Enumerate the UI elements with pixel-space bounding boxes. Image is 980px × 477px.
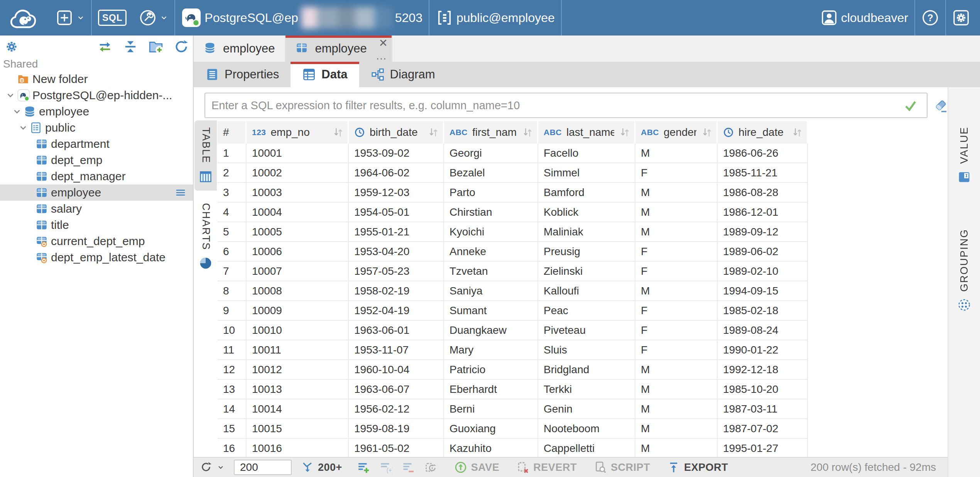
cell-first_name[interactable]: Tzvetan bbox=[444, 262, 538, 281]
new-folder-icon[interactable] bbox=[148, 39, 164, 54]
cell-emp_no[interactable]: 10008 bbox=[247, 281, 349, 301]
tree-item-new-folder[interactable]: New folder bbox=[0, 71, 193, 87]
cell-birth_date[interactable]: 1953-04-20 bbox=[349, 242, 444, 262]
cell-hire_date[interactable]: 1985-02-18 bbox=[718, 301, 808, 321]
tab-data[interactable]: Data bbox=[291, 62, 359, 87]
tree-item-dept-manager[interactable]: dept_manager bbox=[0, 168, 193, 184]
cell-gender[interactable]: M bbox=[635, 203, 718, 222]
cell-gender[interactable]: M bbox=[635, 183, 718, 203]
script-button[interactable]: SCRIPT bbox=[594, 461, 650, 474]
cell-first_name[interactable]: Mary bbox=[444, 340, 538, 360]
delete-row-icon[interactable] bbox=[402, 461, 415, 474]
apply-changes-icon[interactable] bbox=[424, 461, 437, 474]
sort-icon[interactable] bbox=[791, 127, 803, 138]
cell-emp_no[interactable]: 10001 bbox=[247, 144, 349, 163]
row-limit-input[interactable] bbox=[234, 460, 292, 475]
driver-tools-button[interactable] bbox=[133, 0, 174, 36]
cell-gender[interactable]: M bbox=[635, 360, 718, 380]
refresh-tree-icon[interactable] bbox=[174, 39, 189, 54]
cell-emp_no[interactable]: 10005 bbox=[247, 222, 349, 242]
cell-last_name[interactable]: Maliniak bbox=[538, 222, 635, 242]
cell-last_name[interactable]: Facello bbox=[538, 144, 635, 163]
column-header-hire_date[interactable]: hire_date bbox=[718, 121, 808, 144]
cell-emp_no[interactable]: 10007 bbox=[247, 262, 349, 281]
column-header-first_name[interactable]: ABCfirst_name bbox=[444, 121, 538, 144]
cell-first_name[interactable]: Eberhardt bbox=[444, 380, 538, 399]
cell-emp_no[interactable]: 10006 bbox=[247, 242, 349, 262]
cell-birth_date[interactable]: 1960-10-04 bbox=[349, 360, 444, 380]
cell-gender[interactable]: M bbox=[635, 222, 718, 242]
presentation-tab-charts[interactable]: CHARTS bbox=[194, 196, 217, 277]
column-header-last_name[interactable]: ABClast_name bbox=[538, 121, 635, 144]
fetch-more-button[interactable]: 200+ bbox=[301, 461, 342, 474]
cell-gender[interactable]: M bbox=[635, 419, 718, 439]
tree-item-salary[interactable]: salary bbox=[0, 201, 193, 217]
clear-filter-eraser-icon[interactable] bbox=[933, 98, 948, 113]
cell-last_name[interactable]: Genin bbox=[538, 399, 635, 419]
cell-birth_date[interactable]: 1956-02-12 bbox=[349, 399, 444, 419]
cell-gender[interactable]: F bbox=[635, 163, 718, 183]
add-row-icon[interactable] bbox=[357, 461, 370, 474]
cell-last_name[interactable]: Sluis bbox=[538, 340, 635, 360]
cell-first_name[interactable]: Parto bbox=[444, 183, 538, 203]
cell-last_name[interactable]: Nooteboom bbox=[538, 419, 635, 439]
cell-hire_date[interactable]: 1995-01-27 bbox=[718, 439, 808, 457]
sort-icon[interactable] bbox=[332, 127, 344, 138]
new-object-button[interactable] bbox=[49, 0, 91, 36]
cell-hire_date[interactable]: 1990-01-22 bbox=[718, 340, 808, 360]
cell-birth_date[interactable]: 1955-01-21 bbox=[349, 222, 444, 242]
cell-first_name[interactable]: Anneke bbox=[444, 242, 538, 262]
cell-birth_date[interactable]: 1952-04-19 bbox=[349, 301, 444, 321]
cell-first_name[interactable]: Patricio bbox=[444, 360, 538, 380]
chevron-down-icon[interactable] bbox=[17, 122, 30, 133]
tree-item-dept-emp-latest-date[interactable]: dept_emp_latest_date bbox=[0, 249, 193, 266]
tab-employee-database[interactable]: employee bbox=[194, 36, 286, 62]
cell-emp_no[interactable]: 10016 bbox=[247, 439, 349, 457]
cell-hire_date[interactable]: 1989-08-24 bbox=[718, 321, 808, 340]
cell-gender[interactable]: F bbox=[635, 321, 718, 340]
tree-item-public[interactable]: public bbox=[0, 120, 193, 136]
cell-emp_no[interactable]: 10002 bbox=[247, 163, 349, 183]
duplicate-row-icon[interactable]: (+) bbox=[379, 461, 392, 474]
cell-gender[interactable]: M bbox=[635, 144, 718, 163]
panel-tab-value[interactable]: VALUE bbox=[957, 120, 971, 191]
settings-button[interactable] bbox=[946, 0, 980, 36]
cell-first_name[interactable]: Kyoichi bbox=[444, 222, 538, 242]
cell-emp_no[interactable]: 10010 bbox=[247, 321, 349, 340]
tree-item-menu-icon[interactable] bbox=[174, 187, 188, 198]
cell-first_name[interactable]: Bezalel bbox=[444, 163, 538, 183]
user-menu-button[interactable]: cloudbeaver bbox=[814, 0, 914, 36]
sort-icon[interactable] bbox=[427, 127, 439, 138]
apply-filter-check-icon[interactable] bbox=[904, 99, 917, 113]
refresh-results-button[interactable] bbox=[200, 461, 225, 474]
tree-item-department[interactable]: department bbox=[0, 136, 193, 152]
link-with-editor-icon[interactable] bbox=[97, 39, 113, 54]
sort-icon[interactable] bbox=[701, 127, 713, 138]
tree-item-employee[interactable]: employee bbox=[0, 103, 193, 120]
cell-gender[interactable]: M bbox=[635, 281, 718, 301]
cell-first_name[interactable]: Guoxiang bbox=[444, 419, 538, 439]
cell-hire_date[interactable]: 1992-12-18 bbox=[718, 360, 808, 380]
cell-gender[interactable]: M bbox=[635, 399, 718, 419]
close-tab-icon[interactable]: ✕ bbox=[378, 38, 387, 49]
cell-first_name[interactable]: Sumant bbox=[444, 301, 538, 321]
cell-first_name[interactable]: Saniya bbox=[444, 281, 538, 301]
cell-hire_date[interactable]: 1987-07-02 bbox=[718, 419, 808, 439]
tree-item-employee[interactable]: employee bbox=[0, 184, 193, 201]
cell-gender[interactable]: F bbox=[635, 301, 718, 321]
cell-gender[interactable]: F bbox=[635, 242, 718, 262]
cell-birth_date[interactable]: 1959-08-19 bbox=[349, 419, 444, 439]
cell-last_name[interactable]: Piveteau bbox=[538, 321, 635, 340]
cell-gender[interactable]: M bbox=[635, 439, 718, 457]
tree-item-current-dept-emp[interactable]: current_dept_emp bbox=[0, 233, 193, 249]
tree-item-postgresql-ep-hidden-[interactable]: PostgreSQL@ep-hidden-... bbox=[0, 87, 193, 103]
tab-employee-table[interactable]: employee ✕ ... bbox=[286, 36, 392, 62]
cell-first_name[interactable]: Duangkaew bbox=[444, 321, 538, 340]
connection-selector[interactable]: PostgreSQL@ep 5203 bbox=[175, 0, 429, 36]
chevron-down-icon[interactable] bbox=[10, 106, 24, 117]
cell-birth_date[interactable]: 1953-11-07 bbox=[349, 340, 444, 360]
sql-editor-button[interactable]: SQL bbox=[92, 0, 133, 36]
cell-hire_date[interactable]: 1986-06-26 bbox=[718, 144, 808, 163]
cell-hire_date[interactable]: 1985-10-20 bbox=[718, 380, 808, 399]
cell-first_name[interactable]: Chirstian bbox=[444, 203, 538, 222]
